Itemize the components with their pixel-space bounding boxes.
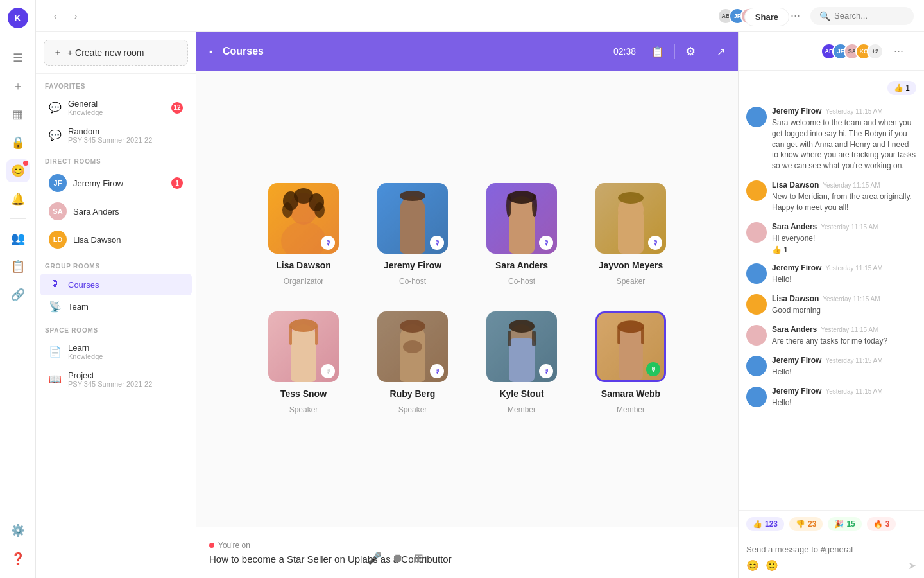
chat-header-avatars: AB JF SA KC +2 [826, 43, 884, 60]
sidebar-item-jeremy[interactable]: JF Jeremy Firow 1 [40, 169, 192, 197]
sidebar-item-lisa[interactable]: LD Lisa Dawson [40, 225, 192, 254]
thumbsdown-emoji: 👎 [796, 520, 805, 529]
message-jeremy-2: Jeremy Firow Yesterday 11:15 AM Hello! [746, 263, 916, 285]
lisa-msg-avatar-2 [746, 294, 767, 315]
project-sub: PSY 345 Summer 2021-22 [68, 380, 183, 388]
clipboard-icon[interactable]: 📋 [6, 255, 30, 278]
emoji-active-icon[interactable]: 😊 [6, 159, 30, 182]
courses-name: Courses [68, 280, 183, 290]
project-name: Project [68, 371, 183, 380]
chat-input[interactable] [746, 545, 916, 554]
svg-point-25 [289, 319, 318, 332]
add-icon[interactable]: ＋ [6, 74, 30, 98]
jeremy-msg-time-3: Yesterday 11:15 AM [825, 357, 882, 364]
bell-icon[interactable]: 🔔 [6, 188, 30, 211]
jeremy-msg-time: Yesterday 11:15 AM [825, 108, 882, 115]
favorites-section-label: FAVORITES [36, 74, 196, 94]
lock-icon[interactable]: 🔒 [6, 131, 30, 154]
sidebar-item-team[interactable]: 📡 Team [40, 295, 192, 318]
chat-panel: AB JF SA KC +2 ··· Share 👍 1 [738, 32, 924, 578]
sara-participant-name: Sara Anders [495, 260, 548, 270]
jeremy-msg-avatar-2 [746, 263, 767, 284]
bottom-icons: 🎤 ⏺ ⊞ [368, 551, 424, 565]
group-icon[interactable]: 👥 [6, 227, 30, 250]
team-name: Team [68, 302, 183, 311]
message-jeremy-3: Jeremy Firow Yesterday 11:15 AM Hello! [746, 356, 916, 378]
sidebar: ＋ + Create new room FAVORITES 💬 General … [36, 32, 196, 578]
book-icon: 📖 [49, 373, 62, 385]
lisa-name: Lisa Dawson [73, 235, 183, 245]
svg-point-17 [532, 194, 537, 217]
microphone-bottom-icon[interactable]: 🎤 [368, 551, 382, 565]
sidebar-item-random[interactable]: 💬 Random PSY 345 Summer 2021-22 [40, 121, 192, 149]
sidebar-item-sara[interactable]: SA Sara Anders [40, 197, 192, 225]
help-icon[interactable]: ❓ [6, 547, 30, 570]
jeremy-participant-role: Co-host [399, 277, 426, 286]
svg-rect-43 [617, 327, 620, 344]
jeremy-msg-name-2: Jeremy Firow [772, 263, 821, 272]
lisa-msg-name-2: Lisa Dawson [772, 294, 819, 303]
reaction-fire[interactable]: 🔥 3 [867, 517, 896, 531]
participant-lisa: 🎙 Lisa Dawson Organizator [268, 183, 339, 286]
topbar-more-button[interactable]: ··· [791, 9, 800, 22]
reactions-bar: 👍 123 👎 23 🎉 15 🔥 3 [739, 510, 924, 538]
sidebar-item-courses[interactable]: 🎙 Courses [40, 274, 192, 295]
sara-participant-role: Co-host [508, 277, 535, 286]
settings-icon[interactable]: ⚙️ [6, 519, 30, 542]
reaction-party[interactable]: 🎉 15 [828, 517, 861, 531]
header-divider [674, 44, 675, 59]
kyle-participant-name: Kyle Stout [499, 389, 543, 399]
grid-icon[interactable]: ▦ [6, 103, 30, 126]
send-icon[interactable]: ➤ [908, 559, 916, 572]
jeremy-msg-time-2: Yesterday 11:15 AM [825, 265, 882, 272]
svg-point-31 [400, 320, 425, 333]
settings-gear-icon[interactable]: ⚙ [685, 44, 696, 58]
chat-bubble-icon: 💬 [49, 101, 62, 114]
link-icon[interactable]: 🔗 [6, 283, 30, 306]
jeremy-msg-time-4: Yesterday 11:15 AM [825, 388, 882, 395]
jeremy-participant-name: Jeremy Firow [384, 260, 441, 270]
svg-rect-27 [315, 326, 318, 345]
expand-icon[interactable]: ↗ [717, 46, 725, 58]
forward-button[interactable]: › [67, 7, 85, 25]
share-main-button[interactable]: Share [744, 8, 789, 26]
back-button[interactable]: ‹ [46, 7, 64, 25]
svg-point-36 [509, 320, 535, 333]
svg-rect-14 [509, 210, 535, 254]
sidebar-item-general[interactable]: 💬 General Knowledge 12 [40, 94, 192, 121]
general-badge: 12 [171, 102, 183, 114]
sara-mic-icon: 🎙 [539, 236, 553, 250]
lisa-msg-avatar [746, 180, 767, 201]
main-content: ▪ Courses 02:38 📋 ⚙ ↗ [196, 32, 738, 578]
tess-participant-role: Speaker [289, 405, 318, 414]
kyle-avatar-main: 🎙 [486, 311, 557, 382]
jeremy-msg-avatar [746, 107, 767, 127]
reaction-thumbsup[interactable]: 👍 123 [746, 517, 784, 531]
add-speaker-icon[interactable]: 📋 [651, 46, 664, 58]
sara-name: Sara Anders [73, 207, 183, 216]
sidebar-item-learn[interactable]: 📄 Learn Knowledge [40, 338, 192, 365]
reaction-thumbsdown[interactable]: 👎 23 [789, 517, 823, 531]
more-options-button[interactable]: ··· [894, 44, 903, 58]
header-divider-2 [706, 44, 706, 59]
create-room-button[interactable]: ＋ + Create new room [44, 40, 188, 66]
thumbsup-emoji: 👍 [753, 520, 762, 529]
sidebar-item-project[interactable]: 📖 Project PSY 345 Summer 2021-22 [40, 365, 192, 393]
lisa-msg-time-2: Yesterday 11:15 AM [823, 295, 880, 302]
participants-row-1: 🎙 Lisa Dawson Organizator 🎙 [235, 183, 699, 286]
menu-icon[interactable]: ☰ [6, 46, 30, 69]
participants-row-2: 🎙 Tess Snow Speaker [235, 311, 699, 414]
user-avatar[interactable]: K [8, 8, 28, 28]
general-sub: Knowledge [68, 109, 165, 116]
space-rooms-section-label: SPACE ROOMS [36, 318, 196, 338]
sara-msg-name-2: Sara Anders [772, 325, 817, 334]
record-icon[interactable]: ⏺ [392, 552, 404, 565]
grid-bottom-icon[interactable]: ⊞ [414, 551, 424, 565]
search-input[interactable] [834, 11, 905, 21]
topic-text: How to become a Star Seller on Uplabs as… [209, 554, 725, 565]
emoji-smile-icon[interactable]: 🙂 [766, 559, 778, 572]
participants-area: 🎙 Lisa Dawson Organizator 🎙 [196, 71, 738, 527]
participant-jeremy: 🎙 Jeremy Firow Co-host [377, 183, 448, 286]
emoji-picker-icon[interactable]: 😊 [746, 559, 759, 572]
lisa-avatar-main: 🎙 [268, 183, 339, 254]
